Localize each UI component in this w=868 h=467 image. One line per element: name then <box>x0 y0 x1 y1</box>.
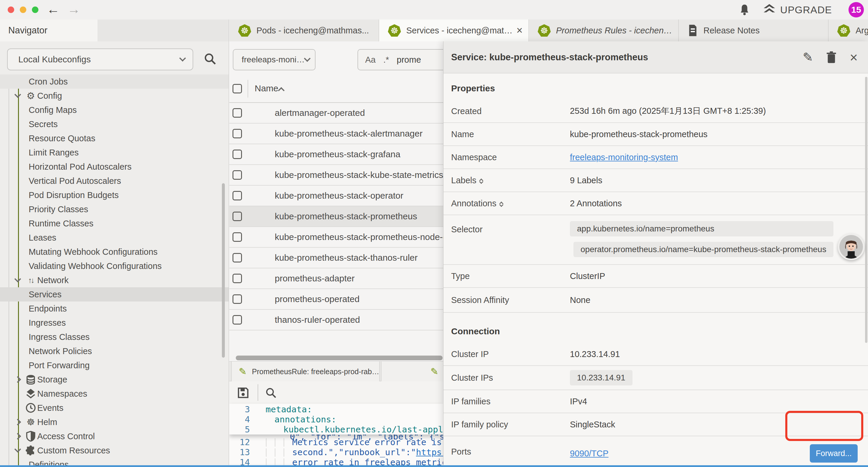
namespace-row: Namespace freeleaps-monitoring-system <box>443 146 868 169</box>
sidebar-item-runtime-classes[interactable]: Runtime Classes <box>0 216 229 231</box>
annotations-count: 2 Annotations <box>570 199 622 208</box>
table-row[interactable]: kube-prometheus-stack-operator <box>229 185 443 206</box>
row-checkbox[interactable] <box>232 150 242 159</box>
tab-release-notes[interactable]: Release Notes <box>679 20 829 41</box>
tab-services[interactable]: ☸ Services - icecheng@math... × <box>379 20 529 41</box>
sidebar-item-port-forwarding[interactable]: Port Forwarding <box>0 358 229 372</box>
table-row[interactable]: thanos-ruler-operated <box>229 310 443 330</box>
namespace-link[interactable]: freeleaps-monitoring-system <box>570 152 678 162</box>
sidebar-item-definitions[interactable]: Definitions <box>0 458 229 465</box>
table-row[interactable]: kube-prometheus-stack-prometheus-node-ex… <box>229 227 443 248</box>
sort-asc-icon[interactable] <box>278 87 285 94</box>
sidebar-item-ingresses[interactable]: Ingresses <box>0 316 229 330</box>
table-row[interactable]: prometheus-adapter <box>229 268 443 289</box>
sidebar-item-priority-classes[interactable]: Priority Classes <box>0 202 229 216</box>
edit-icon[interactable]: ✎ <box>803 50 813 64</box>
match-case-toggle[interactable]: Aa <box>365 55 375 65</box>
search-icon[interactable] <box>204 53 216 65</box>
row-checkbox[interactable] <box>232 170 242 180</box>
sidebar-item-mutating-webhook-configurations[interactable]: Mutating Webhook Configurations <box>0 245 229 259</box>
tab-navigator[interactable]: Navigator <box>0 20 97 41</box>
sidebar-item-storage[interactable]: Storage <box>0 372 229 387</box>
upgrade-icon[interactable] <box>763 4 776 16</box>
row-checkbox[interactable] <box>232 212 242 221</box>
window-zoom-button[interactable] <box>32 6 38 13</box>
sidebar-item-config[interactable]: ⚙ Config <box>0 89 229 103</box>
table-row[interactable]: kube-prometheus-stack-thanos-ruler <box>229 248 443 268</box>
sidebar-item-custom-resources[interactable]: Custom Resources <box>0 443 229 458</box>
bell-icon[interactable] <box>739 4 750 16</box>
filter-box[interactable]: Aa .* prome <box>358 49 443 70</box>
chevron-down-icon <box>304 55 311 62</box>
expand-labels-icon[interactable] <box>480 177 483 183</box>
namespace-selector[interactable]: freeleaps-monitoring-system <box>233 49 315 70</box>
yaml-editor[interactable]: 0", "for": "1m", "labels": {"service": "… <box>229 404 443 464</box>
table-row-selected[interactable]: kube-prometheus-stack-prometheus <box>229 206 443 227</box>
sidebar-item-leases[interactable]: Leases <box>0 231 229 245</box>
sidebar-item-endpoints[interactable]: Endpoints <box>0 301 229 316</box>
table-row[interactable]: prometheus-operated <box>229 289 443 310</box>
forward-button[interactable]: → <box>67 2 80 17</box>
sidebar-item-horizontal-pod-autoscalers[interactable]: Horizontal Pod Autoscalers <box>0 159 229 174</box>
regex-toggle[interactable]: .* <box>383 55 389 65</box>
tab-argo[interactable]: ☸ Argo Se <box>829 20 868 41</box>
window-minimize-button[interactable] <box>20 6 26 13</box>
row-checkbox[interactable] <box>232 108 242 118</box>
row-checkbox[interactable] <box>232 294 242 304</box>
forward-button[interactable]: Forward... <box>810 444 858 463</box>
row-checkbox[interactable] <box>232 315 242 324</box>
table-row[interactable]: kube-prometheus-stack-kube-state-metrics <box>229 165 443 185</box>
sidebar-item-vertical-pod-autoscalers[interactable]: Vertical Pod Autoscalers <box>0 174 229 188</box>
runbook-url-link[interactable]: https://net <box>416 447 443 457</box>
sidebar-item-access-control[interactable]: Access Control <box>0 429 229 443</box>
sidebar-item-resource-quotas[interactable]: Resource Quotas <box>0 131 229 145</box>
row-checkbox[interactable] <box>232 253 242 262</box>
port-link[interactable]: 9090/TCP <box>570 449 609 459</box>
tab-prometheus-rules[interactable]: ☸ Prometheus Rules - icecheng... <box>529 20 679 41</box>
close-icon[interactable]: × <box>850 49 858 65</box>
editor-tab-prometheusrule[interactable]: ✎ PrometheusRule: freeleaps-prod-rabbitm… <box>231 361 380 382</box>
detail-scrollbar[interactable] <box>865 77 867 343</box>
filter-input[interactable]: prome <box>397 55 421 65</box>
back-button[interactable]: ← <box>47 2 60 17</box>
row-checkbox[interactable] <box>232 191 242 200</box>
sidebar-item-validating-webhook-configurations[interactable]: Validating Webhook Configurations <box>0 259 229 273</box>
close-tab-icon[interactable]: × <box>517 24 523 37</box>
kubeconfig-selector[interactable]: Local Kubeconfigs <box>7 49 193 70</box>
table-row[interactable]: kube-prometheus-stack-grafana <box>229 144 443 165</box>
sidebar-item-events[interactable]: Events <box>0 401 229 415</box>
sidebar-item-namespaces[interactable]: Namespaces <box>0 387 229 401</box>
window-close-button[interactable] <box>8 6 14 13</box>
avatar[interactable] <box>838 233 864 260</box>
sidebar-item-secrets[interactable]: Secrets <box>0 117 229 131</box>
tab-pods[interactable]: ☸ Pods - icecheng@mathmas... <box>229 20 379 41</box>
sidebar-item-pod-disruption-budgets[interactable]: Pod Disruption Budgets <box>0 188 229 202</box>
row-checkbox[interactable] <box>232 274 242 283</box>
sidebar-item-cron-jobs[interactable]: Cron Jobs <box>0 75 229 89</box>
delete-icon[interactable] <box>826 51 837 63</box>
editor-search-icon[interactable] <box>265 387 277 399</box>
table-row[interactable]: alertmanager-operated <box>229 103 443 123</box>
chevron-right-icon <box>14 433 21 440</box>
sidebar-item-network-policies[interactable]: Network Policies <box>0 344 229 358</box>
save-icon[interactable] <box>237 387 249 399</box>
sidebar-item-config-maps[interactable]: Config Maps <box>0 103 229 117</box>
expand-annotations-icon[interactable] <box>500 200 503 206</box>
sidebar-item-services[interactable]: Services <box>0 287 229 301</box>
name-column-header[interactable]: Name <box>255 83 278 93</box>
session-affinity-value: None <box>570 295 590 305</box>
notification-badge[interactable]: 15 <box>848 2 864 18</box>
horizontal-scrollbar[interactable] <box>236 356 442 360</box>
table-row[interactable]: kube-prometheus-stack-alertmanager <box>229 123 443 144</box>
row-checkbox[interactable] <box>232 232 242 242</box>
sidebar-item-ingress-classes[interactable]: Ingress Classes <box>0 330 229 344</box>
editor-tab-partial[interactable]: ✎ <box>381 361 443 382</box>
row-checkbox[interactable] <box>232 129 242 138</box>
upgrade-button[interactable]: UPGRADE <box>780 4 832 16</box>
sidebar-item-helm[interactable]: ☸ Helm <box>0 415 229 429</box>
sidebar-item-limit-ranges[interactable]: Limit Ranges <box>0 145 229 159</box>
sidebar-scrollbar[interactable] <box>222 183 225 358</box>
window-bottom-accent <box>0 465 868 467</box>
select-all-checkbox[interactable] <box>232 84 242 93</box>
sidebar-item-network[interactable]: ↑↓ Network <box>0 273 229 287</box>
